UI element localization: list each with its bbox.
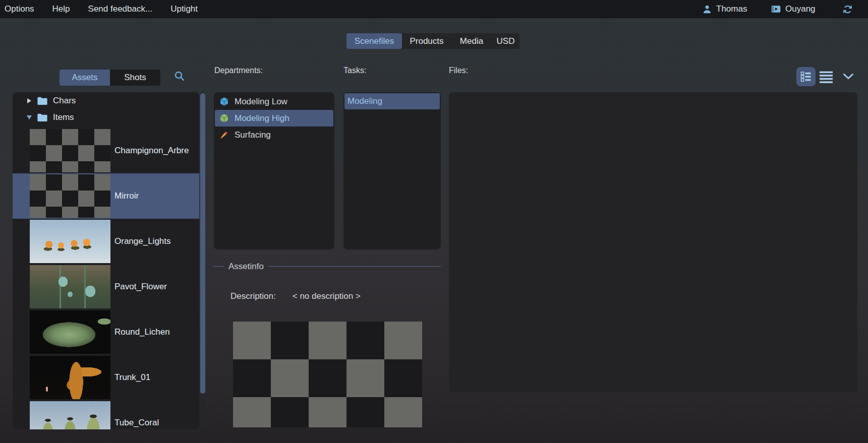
asset-name: Tube_Coral (114, 400, 159, 429)
scrollbar-thumb[interactable] (200, 93, 205, 394)
description-value: < no description > (293, 291, 361, 301)
files-panel[interactable] (449, 92, 857, 393)
task-modeling[interactable]: Modeling (344, 93, 440, 109)
view-simple-list-button[interactable] (818, 70, 834, 84)
department-surfacing[interactable]: Surfacing (215, 126, 333, 143)
search-button[interactable] (173, 70, 186, 82)
departments-label: Departments: (214, 66, 263, 75)
asset-name: Pavot_Flower (114, 264, 167, 309)
folder-icon (37, 96, 48, 105)
tab-media[interactable]: Media (451, 33, 492, 49)
departments-panel: Modeling Low Modeling High Surfacing (214, 92, 334, 249)
tree-item-chars[interactable]: Chars (13, 92, 199, 109)
asset-row-trunk-01[interactable]: Trunk_01 (13, 355, 199, 400)
search-icon (173, 70, 186, 82)
project-media-icon (771, 4, 781, 14)
paintbrush-icon (219, 130, 229, 140)
project-name: Ouyang (785, 4, 816, 14)
asset-row-orange-lights[interactable]: Orange_Lights (13, 219, 199, 264)
expand-options-button[interactable] (841, 72, 855, 82)
user-name: Thomas (716, 4, 747, 14)
asset-thumbnail (30, 401, 110, 429)
tab-products[interactable]: Products (402, 33, 451, 49)
entity-toggle: Assets Shots (60, 70, 160, 86)
asset-thumbnail (30, 174, 110, 218)
asset-thumbnail (30, 220, 110, 263)
collapse-arrow-icon[interactable] (27, 115, 32, 119)
asset-thumbnail (30, 129, 110, 172)
description-label: Description: (230, 291, 276, 301)
tasks-panel: Modeling (343, 92, 441, 249)
project-button[interactable]: Ouyang (771, 0, 816, 18)
assetinfo-group-header: Assetinfo (213, 262, 441, 271)
asset-name: Champignon_Arbre (114, 128, 189, 173)
tab-scenefiles[interactable]: Scenefiles (346, 33, 402, 49)
main-tabbar: Scenefiles Products Media USD (346, 33, 519, 49)
detailed-list-icon (800, 71, 812, 83)
asset-tree-scrollbar[interactable] (200, 92, 205, 429)
asset-name: Round_Lichen (114, 309, 170, 355)
cube-icon (219, 113, 229, 123)
tasks-label: Tasks: (343, 66, 366, 75)
cube-icon (219, 97, 229, 106)
asset-row-mirroir[interactable]: Mirroir (13, 173, 199, 219)
menu-uptight[interactable]: Uptight (161, 0, 207, 18)
group-line (213, 266, 224, 267)
department-modeling-low[interactable]: Modeling Low (215, 93, 333, 110)
user-button[interactable]: Thomas (702, 0, 747, 18)
asset-tree-panel: Chars Items Champignon_Arbre Mirroir Ora… (13, 92, 199, 429)
tree-item-items[interactable]: Items (13, 109, 199, 125)
refresh-icon (842, 4, 853, 15)
asset-list: Champignon_Arbre Mirroir Orange_Lights P… (13, 125, 199, 429)
tree-item-label: Items (53, 112, 74, 122)
description-row: Description: < no description > (230, 291, 361, 301)
menu-options[interactable]: Options (0, 0, 43, 18)
toggle-shots[interactable]: Shots (110, 70, 160, 86)
expand-arrow-icon[interactable] (27, 98, 31, 103)
asset-name: Trunk_01 (114, 355, 150, 400)
department-modeling-high[interactable]: Modeling High (215, 110, 333, 126)
asset-thumbnail (30, 356, 110, 399)
asset-row-champignon-arbre[interactable]: Champignon_Arbre (13, 128, 199, 173)
asset-thumbnail (30, 310, 110, 354)
asset-thumbnail (30, 265, 110, 308)
group-line (268, 266, 441, 267)
refresh-button[interactable] (842, 0, 853, 18)
asset-preview-image (233, 322, 422, 427)
chevron-down-icon (843, 73, 854, 80)
asset-name: Orange_Lights (114, 219, 171, 264)
view-detailed-list-button[interactable] (796, 67, 816, 86)
toggle-assets[interactable]: Assets (60, 70, 110, 86)
asset-name: Mirroir (114, 173, 139, 219)
tree-item-label: Chars (53, 96, 76, 106)
task-label: Modeling (348, 96, 382, 106)
asset-row-round-lichen[interactable]: Round_Lichen (13, 309, 199, 355)
department-label: Modeling High (235, 113, 290, 123)
department-label: Modeling Low (235, 97, 287, 107)
files-label: Files: (449, 66, 468, 75)
user-icon (702, 4, 712, 14)
menu-send-feedback[interactable]: Send feedback... (79, 0, 162, 18)
asset-row-pavot-flower[interactable]: Pavot_Flower (13, 264, 199, 309)
assetinfo-title: Assetinfo (224, 262, 268, 272)
menu-help[interactable]: Help (43, 0, 79, 18)
asset-row-tube-coral[interactable]: Tube_Coral (13, 400, 199, 429)
department-label: Surfacing (235, 130, 271, 140)
tab-usd[interactable]: USD (492, 33, 519, 49)
folder-icon (37, 112, 48, 122)
simple-list-icon (819, 71, 833, 84)
menubar: Options Help Send feedback... Uptight Th… (0, 0, 868, 18)
